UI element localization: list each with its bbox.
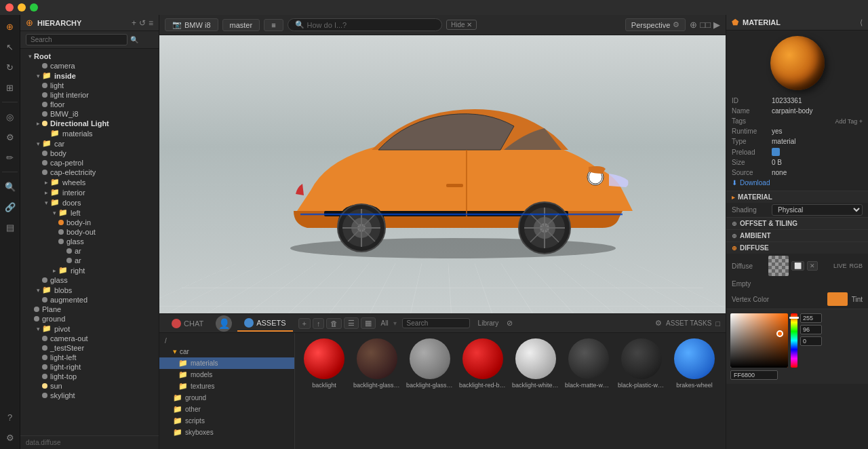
- tree-item-sun[interactable]: sun: [20, 381, 159, 391]
- assets-folder-scripts[interactable]: 📁 scripts: [159, 415, 294, 427]
- chat-avatar[interactable]: 👤: [216, 315, 232, 332]
- tree-item-cap-electricity[interactable]: cap-electricity: [20, 168, 159, 177]
- tree-item-augmented[interactable]: augmented: [20, 295, 159, 305]
- download-button[interactable]: ⬇ Download: [726, 178, 868, 188]
- assets-grid-button[interactable]: ☰: [344, 317, 359, 329]
- diffuse-mode-btn2[interactable]: ✕: [807, 261, 818, 271]
- tree-item-right[interactable]: ▸ 📁 right: [20, 265, 159, 275]
- shading-select[interactable]: Physical: [772, 204, 863, 216]
- hierarchy-add-icon[interactable]: +: [132, 18, 136, 28]
- tree-item-body-in[interactable]: body-in: [20, 218, 159, 227]
- asset-brakes-wheel[interactable]: brakes-wheel: [671, 338, 718, 389]
- tree-item-light-right[interactable]: light-right: [20, 362, 159, 372]
- hierarchy-search-input[interactable]: [26, 34, 127, 45]
- diffuse-header[interactable]: ⊕ DIFFUSE: [726, 241, 868, 254]
- tree-item-body-out[interactable]: body-out: [20, 227, 159, 237]
- assets-folder-ground[interactable]: 📁 ground: [159, 392, 294, 404]
- tree-item-light[interactable]: light: [20, 81, 159, 90]
- tab-bmw-i8[interactable]: 📷 BMW i8: [165, 18, 218, 31]
- tree-item-glass[interactable]: glass: [20, 237, 159, 246]
- tree-item-cap-petrol[interactable]: cap-petrol: [20, 158, 159, 168]
- viewport-search-bar[interactable]: 🔍 How do I...?: [288, 18, 442, 31]
- assets-folder-other[interactable]: 📁 other: [159, 404, 294, 415]
- g-value-input[interactable]: [800, 325, 822, 334]
- all-filter[interactable]: All: [378, 319, 391, 327]
- tasks-expand-icon[interactable]: □: [715, 319, 720, 328]
- search-global-icon[interactable]: 🔍: [3, 179, 18, 194]
- assets-folder-materials[interactable]: 📁 materials: [159, 357, 294, 369]
- library-button[interactable]: Library: [475, 319, 502, 328]
- hierarchy-more-icon[interactable]: ≡: [149, 18, 153, 28]
- assets-delete-button[interactable]: 🗑: [326, 318, 342, 329]
- tree-item-car[interactable]: ▾ 📁 car: [20, 138, 159, 149]
- b-value-input[interactable]: [800, 336, 822, 346]
- material-expand-icon[interactable]: ⟨: [860, 18, 863, 27]
- tree-item-body[interactable]: body: [20, 149, 159, 158]
- material-section-toggle[interactable]: ▸: [732, 194, 735, 201]
- assets-folder-models[interactable]: 📁 models: [159, 369, 294, 380]
- tab-master[interactable]: master: [222, 19, 260, 31]
- viewport-scene[interactable]: [159, 35, 726, 313]
- maximize-button[interactable]: [30, 3, 38, 12]
- close-button[interactable]: [5, 3, 14, 12]
- tree-item-floor[interactable]: floor: [20, 100, 159, 109]
- tree-item-ar2[interactable]: ar: [20, 256, 159, 265]
- tree-item-root[interactable]: ▾ Root: [20, 52, 159, 61]
- link-icon[interactable]: 🔗: [3, 199, 18, 214]
- color-swatch[interactable]: [827, 292, 848, 306]
- move-tool-icon[interactable]: ⊕: [3, 19, 18, 34]
- hue-strip[interactable]: [791, 313, 797, 368]
- assets-folder-textures[interactable]: 📁 textures: [159, 380, 294, 392]
- hex-input[interactable]: [730, 370, 778, 380]
- asset-backlight[interactable]: backlight: [300, 338, 348, 389]
- tree-item-bmw[interactable]: BMW_i8: [20, 109, 159, 119]
- bottom-settings-icon[interactable]: ⚙: [3, 430, 18, 445]
- color-gradient-area[interactable]: [730, 313, 788, 368]
- assets-add-button[interactable]: +: [298, 318, 311, 329]
- assets-search-input[interactable]: [402, 318, 470, 328]
- tree-item-testSteer[interactable]: _testSteer: [20, 343, 159, 353]
- vp-icon-3[interactable]: ▶: [713, 20, 720, 30]
- perspective-button[interactable]: Perspective ⚙: [625, 18, 686, 31]
- grid-icon[interactable]: ▤: [3, 220, 18, 235]
- rotate-tool-icon[interactable]: ↻: [3, 60, 18, 75]
- tree-item-left[interactable]: ▾ 📁 left: [20, 208, 159, 218]
- tab-assets[interactable]: ASSETS: [237, 315, 292, 332]
- tree-item-directional[interactable]: ▸ Directional Light: [20, 119, 159, 128]
- assets-list-button[interactable]: ▦: [361, 317, 376, 329]
- vp-icon-1[interactable]: ⊕: [690, 20, 697, 30]
- tab-chat[interactable]: CHAT: [165, 316, 210, 331]
- asset-backlight-glass-b1[interactable]: backlight-glass-b...: [353, 338, 401, 389]
- settings-tool-icon[interactable]: ⚙: [3, 130, 18, 144]
- tree-item-pivot[interactable]: ▾ 📁 pivot: [20, 324, 159, 334]
- tree-item-materials[interactable]: 📁 materials: [20, 128, 159, 138]
- tree-item-plane[interactable]: Plane: [20, 305, 159, 314]
- add-tag-button[interactable]: Add Tag +: [835, 118, 863, 125]
- assets-folder-skyboxes[interactable]: 📁 skyboxes: [159, 427, 294, 438]
- assets-upload-button[interactable]: ↑: [313, 318, 325, 329]
- offset-tiling-header[interactable]: ⊕ OFFSET & TILING: [726, 217, 868, 229]
- tree-item-camera-out[interactable]: camera-out: [20, 334, 159, 343]
- tree-item-light-left[interactable]: light-left: [20, 353, 159, 362]
- r-value-input[interactable]: [800, 313, 822, 323]
- asset-black-plastic-wheel[interactable]: black-plastic-whe...: [618, 338, 665, 389]
- question-icon[interactable]: ?: [3, 410, 18, 425]
- tree-item-glass-d[interactable]: glass: [20, 275, 159, 285]
- brush-tool-icon[interactable]: ✏: [3, 150, 18, 165]
- eye-tool-icon[interactable]: ◎: [3, 109, 18, 124]
- select-tool-icon[interactable]: ↖: [3, 39, 18, 54]
- tab-menu-icon[interactable]: ≡: [264, 19, 283, 31]
- tree-item-light-interior[interactable]: light interior: [20, 90, 159, 100]
- ambient-header[interactable]: ⊕ AMBIENT: [726, 229, 868, 241]
- asset-backlight-white-b[interactable]: backlight-white-b...: [512, 338, 559, 389]
- tree-item-inside[interactable]: ▾ 📁 inside: [20, 71, 159, 81]
- tree-item-skylight[interactable]: skylight: [20, 391, 159, 400]
- assets-folder-car[interactable]: ▾ car: [159, 346, 294, 357]
- hide-button[interactable]: Hide ✕: [446, 20, 477, 30]
- vp-icon-2[interactable]: □□: [700, 20, 711, 30]
- diffuse-mode-btn1[interactable]: ⬜: [791, 261, 804, 271]
- preload-checkbox[interactable]: [772, 148, 780, 156]
- tree-item-doors[interactable]: ▾ 📁 doors: [20, 197, 159, 208]
- tree-item-camera[interactable]: camera: [20, 61, 159, 71]
- library-close-icon[interactable]: ⊘: [507, 319, 513, 328]
